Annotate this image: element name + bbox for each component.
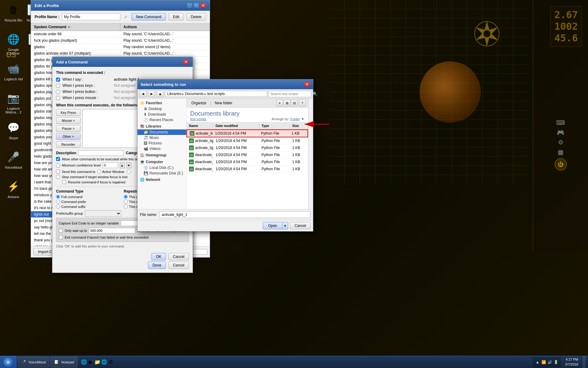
actions-header[interactable]: Actions (120, 23, 210, 31)
minimize-button[interactable]: _ (187, 3, 193, 8)
network-header[interactable]: 🌐 Network (138, 177, 186, 183)
desktop-icon-skype[interactable]: 💬 Skype (1, 119, 26, 141)
maximize-button[interactable]: □ (193, 3, 199, 8)
show-desktop-button[interactable] (582, 356, 586, 368)
organize-button[interactable]: Organize (189, 100, 209, 106)
when-i-say-checkbox[interactable] (56, 78, 60, 82)
sidebar-removable-disk[interactable]: 💾 Removable Disk (E:) (138, 171, 186, 176)
gamepad-icon[interactable]: 🎮 (557, 129, 564, 136)
forward-button[interactable]: ► (148, 90, 155, 97)
file-cancel-button[interactable]: Cancel (290, 222, 311, 229)
keyboard-icon[interactable]: ⌨ (556, 119, 565, 126)
favorites-header[interactable]: ⭐ Favorites (138, 100, 186, 106)
exit-command-checkbox[interactable] (59, 235, 63, 239)
back-button[interactable]: ◄ (139, 90, 147, 97)
confidence-up-button[interactable]: ▲ (120, 162, 125, 168)
dialog-cancel-button[interactable]: Cancel (168, 253, 189, 260)
repeating-radio-3[interactable] (124, 205, 128, 209)
sidebar-downloads[interactable]: ⬇ Downloads (138, 112, 186, 117)
repeating-radio-2[interactable] (124, 200, 128, 204)
taskbar-item-voiceattack[interactable]: 🎤 VoiceAttack (18, 357, 49, 367)
close-button[interactable]: ✕ (200, 3, 206, 8)
other-radio[interactable] (127, 170, 131, 174)
new-folder-button[interactable]: New folder (212, 100, 235, 106)
tray-battery-icon[interactable]: 🔋 (553, 360, 558, 365)
view-btn-2[interactable]: ⊞ (284, 100, 290, 106)
command-row[interactable]: execute order 66 Play sound, 'C:\Users\G… (31, 31, 210, 37)
key-press-button[interactable]: Key Press (56, 109, 81, 116)
system-clock[interactable]: 4:17 PM 2/7/2018 (563, 357, 581, 367)
confidence-down-button[interactable]: ▼ (126, 162, 131, 168)
allow-other-checkbox[interactable] (56, 157, 60, 161)
delete-button[interactable]: Delete (186, 13, 206, 21)
view-btn-3[interactable]: ⊟ (291, 100, 298, 106)
sidebar-videos[interactable]: 📹 Videos (138, 146, 186, 151)
ie-icon[interactable]: 🌐 (81, 359, 87, 365)
command-suffix-radio[interactable] (56, 205, 60, 209)
desktop-icon-voiceattack[interactable]: 🎤 VoiceAttack (1, 148, 26, 171)
mouse-button[interactable]: Mouse > (56, 117, 81, 124)
when-press-mouse-checkbox[interactable] (56, 96, 60, 100)
homegroup-header[interactable]: 🏠 Homegroup (138, 152, 186, 158)
repeating-radio-1[interactable] (124, 195, 128, 199)
command-row[interactable]: fuck you glados (multipart) Play sound, … (31, 37, 210, 44)
folder-icon[interactable]: 📁 (95, 359, 100, 365)
done-button[interactable]: Done (148, 262, 166, 269)
file-dialog-scrollbar[interactable] (308, 99, 313, 209)
tray-volume-icon[interactable]: 🔊 (547, 360, 552, 365)
col-name-header[interactable]: Name (187, 123, 213, 128)
desktop-icon-arduino[interactable]: ⚡ Arduino (1, 178, 26, 200)
prefix-group-select[interactable] (85, 210, 121, 217)
sidebar-local-disk[interactable]: 💿 Local Disk (C:) (138, 165, 186, 171)
grid-icon[interactable]: ▦ (558, 148, 564, 156)
taskbar-item-notepad[interactable]: 📝 Notepad (51, 357, 77, 367)
resume-command-checkbox[interactable] (62, 180, 66, 184)
profile-name-input[interactable] (62, 13, 120, 20)
file-list[interactable]: Name Date modified Type Size py activate… (187, 122, 308, 209)
col-date-header[interactable]: Date modified (213, 123, 259, 128)
command-row[interactable]: glados Play random sound (2 items) (31, 44, 210, 50)
sidebar-desktop[interactable]: 🖥 Desktop (138, 106, 186, 112)
file-list-row[interactable]: py deactivate_light_2 1/20/2018 4:54 PM … (187, 159, 308, 166)
when-press-button-checkbox[interactable] (56, 90, 60, 94)
search-input[interactable] (270, 92, 313, 96)
libraries-header[interactable]: 📚 Libraries (138, 123, 186, 129)
view-btn-1[interactable]: ≡ (276, 100, 283, 106)
full-command-radio[interactable] (56, 195, 60, 199)
help-button[interactable]: ? (299, 100, 306, 106)
sidebar-documents[interactable]: 📁 Documents (138, 129, 186, 135)
sidebar-recent-places[interactable]: 🕐 Recent Places (138, 117, 186, 123)
file-name-input[interactable] (160, 211, 311, 218)
media-player-icon[interactable]: ▶ (88, 359, 93, 365)
tray-network-icon[interactable]: 📶 (541, 360, 546, 365)
only-wait-input[interactable] (89, 228, 135, 233)
file-list-row[interactable]: py activate_light_2 1/20/2018 4:54 PM Py… (187, 137, 308, 144)
send-to-checkbox[interactable] (56, 170, 60, 174)
library-subtitle[interactable]: test scripts (190, 117, 239, 121)
desktop-icon-logitech-vid[interactable]: 📹 Logitech Vid (1, 60, 26, 82)
sidebar-music[interactable]: 🎵 Music (138, 135, 186, 140)
dialog-close-button[interactable]: ✕ (183, 59, 189, 65)
file-list-row[interactable]: py deactivate_light_3 1/20/2018 4:54 PM … (187, 166, 308, 173)
when-press-keys-checkbox[interactable] (56, 84, 60, 88)
open-dropdown-button[interactable]: ▼ (282, 222, 288, 229)
file-list-row[interactable]: py deactivate_light_1 1/20/2018 4:54 PM … (187, 151, 308, 159)
edit-button[interactable]: Edit (168, 13, 184, 21)
stop-command-checkbox[interactable] (56, 175, 60, 179)
col-type-header[interactable]: Type (259, 123, 290, 128)
only-wait-checkbox[interactable] (59, 229, 63, 233)
new-command-button[interactable]: New Command (131, 13, 166, 21)
computer-header[interactable]: 💻 Computer (138, 159, 186, 165)
pause-button[interactable]: Pause > (56, 125, 81, 132)
sidebar-pictures[interactable]: 🖼 Pictures (138, 140, 186, 146)
file-dialog-close-button[interactable]: ✕ (304, 82, 310, 87)
ok-button[interactable]: OK (151, 253, 166, 260)
cancel2-button[interactable]: Cancel (168, 262, 189, 269)
other-button[interactable]: Other > (56, 133, 81, 140)
power-button[interactable]: ⏻ (555, 158, 567, 171)
other-radio-label[interactable] (127, 170, 132, 174)
description-input[interactable] (78, 150, 123, 156)
open-button[interactable]: Open (263, 222, 282, 229)
settings-taskbar-icon[interactable]: ⚙ (108, 359, 114, 365)
tray-expand-icon[interactable]: ▲ (535, 360, 540, 365)
